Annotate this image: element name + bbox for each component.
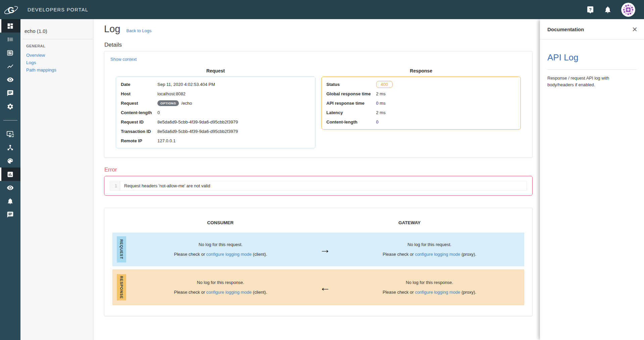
row-value: 2 ms xyxy=(376,91,386,96)
table-row: Content-length 0 xyxy=(322,117,521,127)
response-table: Status 400 Global response time 2 ms API… xyxy=(321,77,521,130)
gateway-response-cell: No log for this response. Please check o… xyxy=(335,280,524,295)
check-suffix: (client). xyxy=(252,290,267,295)
line-number: 1 xyxy=(110,181,120,190)
devices-icon xyxy=(7,131,14,138)
row-value: 2 ms xyxy=(376,110,386,115)
table-row: Request ID 8e5da6d9-5cbb-4f39-9da6-d95cb… xyxy=(116,117,315,127)
configure-logging-mode-link[interactable]: configure logging mode xyxy=(415,252,460,257)
gravitee-logo-icon: G xyxy=(3,3,19,17)
rail-item-hub[interactable] xyxy=(0,141,20,154)
right-arrow-icon: → xyxy=(315,244,335,255)
api-name: echo (1.0) xyxy=(20,19,93,34)
row-value: OPTIONS/echo xyxy=(157,100,192,106)
rail-item-settings[interactable] xyxy=(0,100,20,113)
row-label: Host xyxy=(121,91,157,96)
table-row: Global response time 2 ms xyxy=(322,89,521,98)
doc-article-title: API Log xyxy=(547,52,637,63)
bell-icon xyxy=(7,198,14,205)
no-log-text: No log for this request. xyxy=(126,242,315,247)
configure-logging-mode-link[interactable]: configure logging mode xyxy=(206,252,252,257)
hub-icon xyxy=(7,144,14,151)
rail-item-board[interactable] xyxy=(0,46,20,59)
row-value: 0 xyxy=(157,110,160,115)
rail-item-analytics[interactable] xyxy=(0,59,20,73)
check-text: Please check or xyxy=(383,252,415,257)
rail-item-theme[interactable] xyxy=(0,154,20,167)
left-arrow-icon: ← xyxy=(315,282,335,293)
back-to-logs-link[interactable]: Back to Logs xyxy=(126,28,151,33)
rail-item-api-audit[interactable] xyxy=(0,181,20,194)
row-label: Status xyxy=(327,82,376,87)
rail-item-alerts[interactable] xyxy=(0,194,20,208)
request-row-label: REQUEST xyxy=(117,236,126,262)
page-title: Log xyxy=(104,23,120,35)
user-avatar[interactable] xyxy=(621,3,635,17)
rail-item-api-messages[interactable] xyxy=(0,208,20,221)
notifications-bell-icon[interactable] xyxy=(604,6,612,14)
gateway-heading: GATEWAY xyxy=(398,220,420,225)
flow-request-row: REQUEST No log for this request. Please … xyxy=(112,233,524,266)
table-row: API response time 0 ms xyxy=(322,98,521,108)
table-row: Remote IP 127.0.0.1 xyxy=(116,136,315,145)
check-text: Please check or xyxy=(383,290,415,295)
developer-board-icon xyxy=(7,49,14,56)
sidebar-item-logs[interactable]: Logs xyxy=(26,60,93,65)
api-sidebar: echo (1.0) GENERAL Overview Logs Path ma… xyxy=(20,19,93,340)
page-header: Log Back to Logs xyxy=(104,23,533,35)
configure-logging-mode-link[interactable]: configure logging mode xyxy=(415,290,460,295)
row-label: Content-length xyxy=(327,119,376,125)
row-label: Request ID xyxy=(121,119,157,125)
palette-icon xyxy=(7,157,14,164)
documentation-panel: Documentation × API Log Response / reque… xyxy=(540,19,644,340)
close-icon[interactable]: × xyxy=(632,26,637,33)
documentation-title: Documentation xyxy=(547,27,584,32)
table-row: Host localhost:8082 xyxy=(116,89,315,98)
help-icon[interactable]: ? xyxy=(586,6,594,14)
request-column: Request Date Sep 11, 2020 4:02:53.404 PM… xyxy=(116,63,315,148)
sidebar-item-path-mappings[interactable]: Path mappings xyxy=(26,68,93,72)
response-column: Response Status 400 Global response time… xyxy=(321,63,521,130)
table-row: Transaction ID 8e5da6d9-5cbb-4f39-9da6-d… xyxy=(116,127,315,136)
list-icon xyxy=(7,36,14,43)
rail-item-dashboard[interactable] xyxy=(0,19,20,33)
rail-item-api-analytics[interactable] xyxy=(0,167,20,181)
line-chart-icon xyxy=(7,63,14,70)
bar-chart-icon xyxy=(7,171,14,178)
configure-logging-mode-link[interactable]: configure logging mode xyxy=(206,290,252,295)
error-message-row: 1 Request headers 'not-allow-me' are not… xyxy=(110,181,527,191)
top-bar: G DEVELOPERS PORTAL ? xyxy=(0,0,644,19)
row-value: 0 ms xyxy=(376,101,386,106)
table-row: Status 400 xyxy=(322,80,521,89)
rail-item-list[interactable] xyxy=(0,33,20,46)
response-heading: Response xyxy=(321,68,521,74)
show-context-link[interactable]: Show context xyxy=(110,57,137,62)
status-badge: 400 xyxy=(376,81,393,88)
sidebar-item-overview[interactable]: Overview xyxy=(26,53,93,57)
rail-item-audit[interactable] xyxy=(0,73,20,86)
rail-item-messages[interactable] xyxy=(0,86,20,100)
gear-icon xyxy=(7,103,14,110)
rail-item-devices[interactable] xyxy=(0,127,20,141)
svg-text:?: ? xyxy=(589,7,592,12)
svg-text:G: G xyxy=(8,5,14,15)
consumer-heading: CONSUMER xyxy=(126,220,315,225)
check-suffix: (client). xyxy=(252,252,267,257)
dashboard-icon xyxy=(7,22,14,30)
consumer-request-cell: No log for this request. Please check or… xyxy=(126,242,315,257)
flow-response-row: RESPONSE No log for this response. Pleas… xyxy=(112,270,524,305)
row-label: Date xyxy=(121,82,157,87)
no-log-text: No log for this request. xyxy=(335,242,524,247)
table-row: Request OPTIONS/echo xyxy=(116,98,315,108)
eye-icon xyxy=(7,184,14,191)
check-text: Please check or xyxy=(174,252,206,257)
rail-divider xyxy=(0,113,20,127)
row-value: Sep 11, 2020 4:02:53.404 PM xyxy=(157,82,215,87)
documentation-header: Documentation × xyxy=(540,19,644,40)
request-heading: Request xyxy=(116,68,315,74)
eye-icon xyxy=(7,76,14,83)
icon-rail xyxy=(0,19,20,340)
details-heading: Details xyxy=(104,42,533,48)
gateway-request-cell: No log for this request. Please check or… xyxy=(335,242,524,257)
response-row-label: RESPONSE xyxy=(117,274,126,300)
